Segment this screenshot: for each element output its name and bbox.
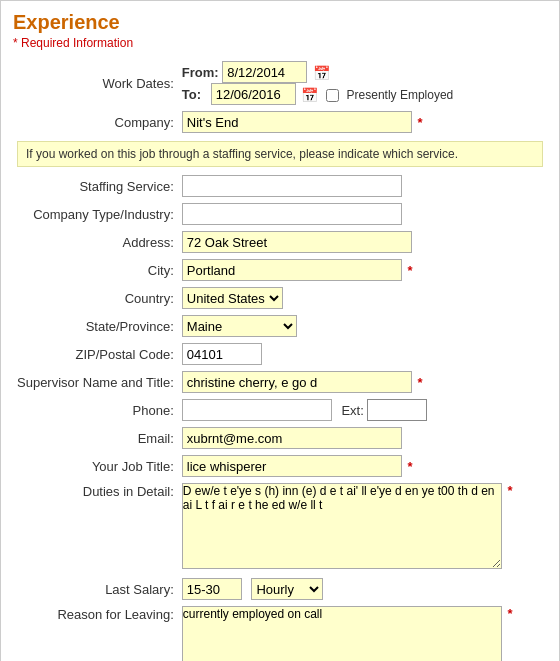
phone-row: Phone: Ext: <box>13 396 547 424</box>
country-row: Country: United StatesCanadaMexicoOther <box>13 284 547 312</box>
zip-input[interactable] <box>182 343 262 365</box>
city-required-star: * <box>407 263 412 278</box>
page-title: Experience <box>13 11 547 34</box>
reason-row: Reason for Leaving: * <box>13 603 547 661</box>
ext-input[interactable] <box>367 399 427 421</box>
salary-value-cell: HourlyAnnuallyMonthlyWeekly <box>178 575 547 603</box>
company-type-input[interactable] <box>182 203 402 225</box>
company-type-value-cell <box>178 200 547 228</box>
salary-label: Last Salary: <box>13 575 178 603</box>
staffing-service-row: Staffing Service: <box>13 172 547 200</box>
state-label: State/Province: <box>13 312 178 340</box>
to-calendar-icon[interactable]: 📅 <box>301 87 318 103</box>
city-row: City: * <box>13 256 547 284</box>
supervisor-value-cell: * <box>178 368 547 396</box>
state-select[interactable]: MaineAlabamaAlaskaArizonaArkansasCalifor… <box>182 315 297 337</box>
email-row: Email: <box>13 424 547 452</box>
job-title-row: Your Job Title: * <box>13 452 547 480</box>
to-date-input[interactable] <box>211 83 296 105</box>
reason-required-star: * <box>507 606 512 621</box>
presently-employed-label: Presently Employed <box>347 88 454 102</box>
company-value-cell: * <box>178 108 547 136</box>
company-input[interactable] <box>182 111 412 133</box>
ext-label: Ext: <box>341 403 363 418</box>
duties-row: Duties in Detail: * <box>13 480 547 575</box>
reason-textarea[interactable] <box>182 606 502 661</box>
zip-label: ZIP/Postal Code: <box>13 340 178 368</box>
salary-type-select[interactable]: HourlyAnnuallyMonthlyWeekly <box>251 578 323 600</box>
phone-value-cell: Ext: <box>178 396 547 424</box>
address-input[interactable] <box>182 231 412 253</box>
presently-employed-checkbox[interactable] <box>326 89 339 102</box>
city-input[interactable] <box>182 259 402 281</box>
supervisor-label: Supervisor Name and Title: <box>13 368 178 396</box>
email-label: Email: <box>13 424 178 452</box>
country-value-cell: United StatesCanadaMexicoOther <box>178 284 547 312</box>
phone-label: Phone: <box>13 396 178 424</box>
required-info: * Required Information <box>13 36 547 50</box>
address-value-cell <box>178 228 547 256</box>
company-type-row: Company Type/Industry: <box>13 200 547 228</box>
work-dates-row: Work Dates: From: 📅 To: 📅 Presently Empl… <box>13 58 547 108</box>
staffing-note: If you worked on this job through a staf… <box>17 141 543 167</box>
address-label: Address: <box>13 228 178 256</box>
state-row: State/Province: MaineAlabamaAlaskaArizon… <box>13 312 547 340</box>
company-label: Company: <box>13 108 178 136</box>
company-row: Company: * <box>13 108 547 136</box>
staffing-service-input[interactable] <box>182 175 402 197</box>
job-title-label: Your Job Title: <box>13 452 178 480</box>
phone-input[interactable] <box>182 399 332 421</box>
city-value-cell: * <box>178 256 547 284</box>
supervisor-input[interactable] <box>182 371 412 393</box>
company-type-label: Company Type/Industry: <box>13 200 178 228</box>
duties-label: Duties in Detail: <box>13 480 178 575</box>
to-label: To: <box>182 87 201 102</box>
company-required-star: * <box>417 115 422 130</box>
duties-value-cell: * <box>178 480 547 575</box>
form-table: Work Dates: From: 📅 To: 📅 Presently Empl… <box>13 58 547 661</box>
salary-input[interactable] <box>182 578 242 600</box>
zip-row: ZIP/Postal Code: <box>13 340 547 368</box>
job-title-required-star: * <box>407 459 412 474</box>
zip-value-cell <box>178 340 547 368</box>
state-value-cell: MaineAlabamaAlaskaArizonaArkansasCalifor… <box>178 312 547 340</box>
job-title-input[interactable] <box>182 455 402 477</box>
staffing-service-label: Staffing Service: <box>13 172 178 200</box>
from-date-input[interactable] <box>222 61 307 83</box>
staffing-note-row: If you worked on this job through a staf… <box>13 136 547 172</box>
supervisor-row: Supervisor Name and Title: * <box>13 368 547 396</box>
from-calendar-icon[interactable]: 📅 <box>313 65 330 81</box>
job-title-value-cell: * <box>178 452 547 480</box>
duties-required-star: * <box>507 483 512 498</box>
country-label: Country: <box>13 284 178 312</box>
work-dates-label: Work Dates: <box>13 58 178 108</box>
email-value-cell <box>178 424 547 452</box>
salary-row: Last Salary: HourlyAnnuallyMonthlyWeekly <box>13 575 547 603</box>
address-row: Address: <box>13 228 547 256</box>
from-label: From: <box>182 65 219 80</box>
supervisor-required-star: * <box>417 375 422 390</box>
reason-label: Reason for Leaving: <box>13 603 178 661</box>
experience-form: Experience * Required Information Work D… <box>0 0 560 661</box>
staffing-note-cell: If you worked on this job through a staf… <box>13 136 547 172</box>
city-label: City: <box>13 256 178 284</box>
email-input[interactable] <box>182 427 402 449</box>
work-dates-value-cell: From: 📅 To: 📅 Presently Employed <box>178 58 547 108</box>
duties-textarea[interactable] <box>182 483 502 569</box>
staffing-service-value-cell <box>178 172 547 200</box>
country-select[interactable]: United StatesCanadaMexicoOther <box>182 287 283 309</box>
reason-value-cell: * <box>178 603 547 661</box>
